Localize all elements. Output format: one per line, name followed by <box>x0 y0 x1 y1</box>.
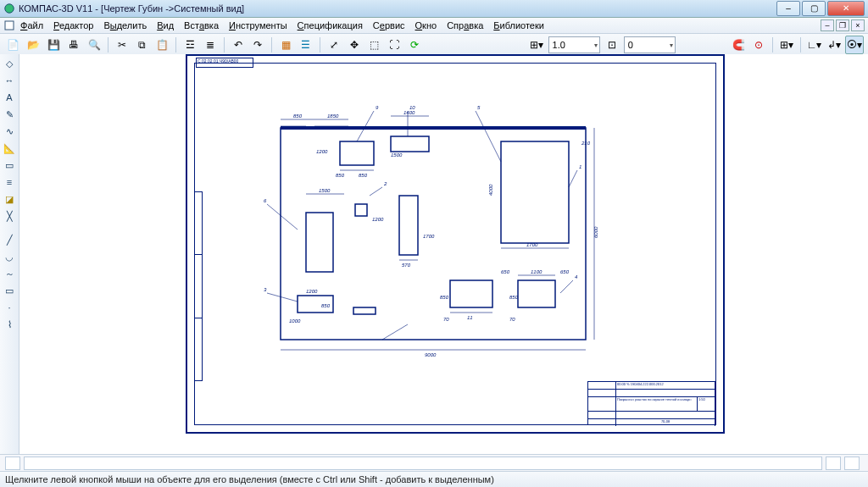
maximize-button[interactable]: ▢ <box>802 1 826 16</box>
refresh-button[interactable]: ⟳ <box>405 36 424 54</box>
preview-button[interactable]: 🔍 <box>85 36 103 54</box>
menu-edit[interactable]: Редактор <box>53 20 93 30</box>
undo-button[interactable]: ↶ <box>229 36 248 54</box>
spec-tool[interactable]: ≡ <box>2 174 17 190</box>
snap2-button[interactable]: ⊙ <box>749 36 768 54</box>
svg-rect-10 <box>355 204 367 216</box>
round-button[interactable]: ⦿▾ <box>845 36 864 54</box>
rect-tool[interactable]: ▭ <box>2 283 17 298</box>
svg-text:1200: 1200 <box>316 149 328 154</box>
svg-text:70: 70 <box>443 317 449 322</box>
menu-service[interactable]: Сервис <box>373 20 405 30</box>
prop-icon3[interactable] <box>844 457 860 470</box>
mdi-min-button[interactable]: – <box>821 19 834 31</box>
edit-tool[interactable]: ✎ <box>2 107 17 122</box>
cut-button[interactable]: ✂ <box>113 36 131 54</box>
geom-tool[interactable]: ◇ <box>2 56 17 71</box>
local-cs-button[interactable]: ↲▾ <box>825 36 843 54</box>
dim-tool[interactable]: ↔ <box>2 73 17 88</box>
svg-rect-9 <box>306 213 333 272</box>
minimize-button[interactable]: – <box>776 1 800 16</box>
report-tool[interactable]: ◪ <box>2 191 17 207</box>
pan-button[interactable]: ✥ <box>345 36 364 54</box>
props-button[interactable]: ☲ <box>181 36 199 54</box>
tree-button[interactable]: ☰ <box>297 36 315 54</box>
menu-window[interactable]: Окно <box>415 20 437 30</box>
prop-icon[interactable] <box>5 457 20 470</box>
ortho-button[interactable]: ∟▾ <box>805 36 824 54</box>
svg-rect-11 <box>399 196 418 255</box>
menu-bar: ФФайлайл Редактор Выделить Вид Вставка И… <box>0 18 868 34</box>
window-controls: – ▢ ✕ <box>776 1 865 16</box>
snap-toggle-button[interactable]: 🧲 <box>729 36 748 54</box>
layers-button[interactable]: ▦ <box>276 36 295 54</box>
mdi-controls: – ❐ × <box>821 19 865 31</box>
zoom-scale-button[interactable]: ⛶ <box>385 36 403 54</box>
point-tool[interactable]: · <box>2 300 17 315</box>
prop-icon2[interactable] <box>826 457 841 470</box>
menu-view[interactable]: Вид <box>157 20 174 30</box>
svg-text:850: 850 <box>293 113 303 119</box>
menu-help[interactable]: Справка <box>447 20 483 30</box>
zoom-fit-button[interactable]: ⤢ <box>325 36 343 54</box>
text-tool[interactable]: A <box>2 90 17 105</box>
separator <box>772 37 773 53</box>
menu-insert[interactable]: Вставка <box>184 20 219 30</box>
param-tool[interactable]: ∿ <box>2 124 17 139</box>
titleblock-code: 00.00 % 190404.222.000.2012 <box>616 382 715 389</box>
svg-point-0 <box>5 4 14 14</box>
redo-button[interactable]: ↷ <box>249 36 268 54</box>
zoom-window-button[interactable]: ⬚ <box>364 36 383 54</box>
grid-dropdown[interactable]: ⊞▾ <box>527 36 546 54</box>
step-btn[interactable]: ⊡ <box>603 36 621 54</box>
step-combo[interactable]: 0 <box>624 36 676 53</box>
aux-tool[interactable]: ⌇ <box>2 317 17 332</box>
svg-text:4: 4 <box>575 274 578 279</box>
svg-line-19 <box>569 170 577 187</box>
close-button[interactable]: ✕ <box>827 1 865 16</box>
scale-combo[interactable]: 1.0 <box>548 36 601 53</box>
select-tool[interactable]: ▭ <box>2 158 17 173</box>
arc-tool[interactable]: ◡ <box>2 249 17 264</box>
new-button[interactable]: 📄 <box>4 36 23 54</box>
grid-toggle-button[interactable]: ⊞▾ <box>777 36 796 54</box>
doc-icon <box>3 19 15 31</box>
print-button[interactable]: 🖶 <box>64 36 83 54</box>
svg-rect-12 <box>450 280 492 307</box>
svg-text:9000: 9000 <box>425 352 437 357</box>
svg-text:650: 650 <box>560 269 570 274</box>
drawing-canvas[interactable]: С.02.02.01 Ч90/АВ00 <box>19 54 868 455</box>
copy-button[interactable]: ⧉ <box>133 36 152 54</box>
svg-text:1400: 1400 <box>403 110 415 115</box>
svg-text:1100: 1100 <box>531 269 542 274</box>
svg-text:2: 2 <box>383 181 387 186</box>
measure-tool[interactable]: 📐 <box>2 141 17 156</box>
mdi-restore-button[interactable]: ❐ <box>836 19 849 31</box>
save-button[interactable]: 💾 <box>45 36 64 54</box>
menu-libs[interactable]: Библиотеки <box>493 20 544 30</box>
svg-text:11: 11 <box>467 315 473 320</box>
vars-button[interactable]: ≣ <box>201 36 220 54</box>
svg-text:10: 10 <box>409 105 415 110</box>
mdi-close-button[interactable]: × <box>851 19 865 31</box>
binding-strip <box>194 191 203 381</box>
status-hint: Щелкните левой кнопкой мыши на объекте д… <box>5 474 494 484</box>
menu-tools[interactable]: Инструменты <box>229 20 287 30</box>
titleblock-name: Покрасочн участок по окраске теплой и ка… <box>616 397 698 411</box>
svg-rect-1 <box>5 21 14 30</box>
spline-tool[interactable]: ～ <box>2 266 17 281</box>
svg-rect-13 <box>518 280 555 307</box>
paste-button[interactable]: 📋 <box>153 36 171 54</box>
left-tool-panel: ◇ ↔ A ✎ ∿ 📐 ▭ ≡ ◪ ╳ ╱ ◡ ～ ▭ · ⌇ <box>0 54 19 455</box>
prop-field[interactable] <box>24 457 822 470</box>
svg-text:1: 1 <box>579 164 581 169</box>
cut-tool[interactable]: ╳ <box>2 208 17 224</box>
menu-spec[interactable]: Спецификация <box>298 20 363 30</box>
menu-select[interactable]: Выделить <box>103 20 147 30</box>
line-tool[interactable]: ╱ <box>2 232 17 247</box>
title-bar: КОМПАС-3D V11 - [Чертеж Губин ->Системны… <box>0 0 868 18</box>
svg-text:1850: 1850 <box>327 113 339 119</box>
menu-file[interactable]: ФФайлайл <box>20 20 43 30</box>
open-button[interactable]: 📂 <box>25 36 43 54</box>
svg-text:1500: 1500 <box>391 152 403 158</box>
